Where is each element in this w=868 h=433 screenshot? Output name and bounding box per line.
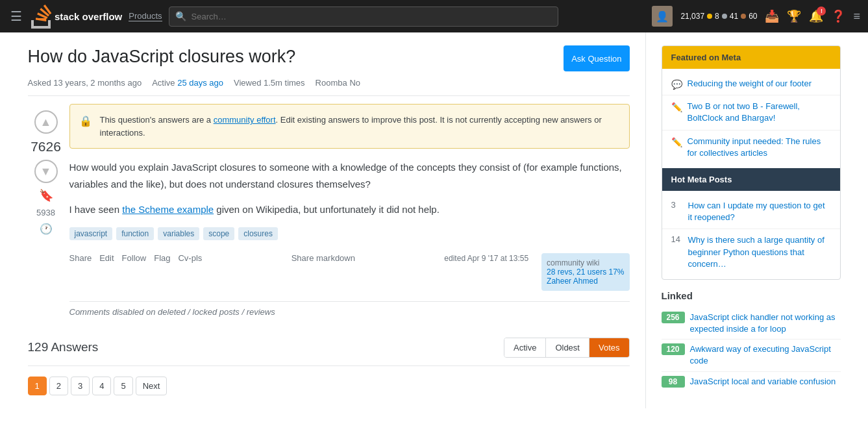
page-3-button[interactable]: 3 [71,377,90,395]
wiki-user: Zaheer Ahmed [547,277,624,286]
wiki-info: community wiki 28 revs, 21 users 17% Zah… [541,253,629,291]
user-avatar[interactable]: 👤 [652,6,673,27]
linked-header: Linked [662,290,841,301]
question-content: 🔒 This question's answers are a communit… [64,104,630,322]
achievements-button[interactable]: 🏆 [787,9,801,23]
edited-label: edited Apr 9 '17 at 13:55 [444,254,528,263]
hot-meta-header: Hot Meta Posts [662,168,840,191]
tag-function[interactable]: function [116,227,154,240]
page-2-button[interactable]: 2 [49,377,68,395]
featured-on-meta-header: Featured on Meta [662,46,840,69]
wiki-detail: 28 revs, 21 users 17% [547,267,624,277]
cvpls-link[interactable]: Cv-pls [178,253,202,263]
page-5-button[interactable]: 5 [114,377,132,395]
wiki-user-link[interactable]: Zaheer Ahmed [547,277,598,286]
stackoverflow-logo-icon [31,5,52,29]
question-body-p1: How would you explain JavaScript closure… [69,159,630,192]
sort-active-tab[interactable]: Active [504,338,546,357]
silver-count: 41 [730,12,738,21]
scheme-example-link[interactable]: the Scheme example [122,204,214,215]
follow-link[interactable]: Follow [122,253,147,263]
hot-num-2: 14 [671,234,683,244]
silver-dot [722,14,727,19]
sort-oldest-tab[interactable]: Oldest [546,338,589,357]
share-markdown-link[interactable]: Share markdown [291,253,355,263]
active-meta: Active 25 days ago [152,78,223,88]
history-button[interactable]: 🕐 [40,223,53,235]
community-effort-link[interactable]: community effort [214,115,276,125]
edit-link[interactable]: Edit [99,253,114,263]
gold-count: 8 [715,12,719,21]
pencil-icon-1: ✏️ [671,102,682,112]
hot-meta-item-2: 14 Why is there such a large quantity of… [662,229,840,275]
bronze-count: 60 [749,12,757,21]
page-next-button[interactable]: Next [136,377,167,395]
search-input[interactable] [169,6,558,27]
roomba-meta: Roomba No [316,78,360,88]
sort-votes-tab[interactable]: Votes [589,338,629,357]
search-icon: 🔍 [175,11,186,21]
hot-meta-item-1: 3 How can I update my question to get it… [662,195,840,229]
featured-on-meta-body: 💬 Reducing the weight of our footer ✏️ T… [662,69,840,168]
page-1-button[interactable]: 1 [28,377,47,395]
linked-count-2: 120 [662,343,685,355]
hot-meta-item-1-link[interactable]: How can I update my question to get it r… [688,200,831,223]
tag-scope[interactable]: scope [203,227,234,240]
question-actions: Share Edit Follow Flag Cv-pls Share mark… [69,253,630,291]
tag-closures[interactable]: closures [238,227,278,240]
logo: stack overflow [31,5,122,29]
linked-item-3-link[interactable]: JavaScript local and variable confusion [690,376,836,388]
community-notice-text: This question's answers are a community … [100,114,620,139]
review-badge: ! [817,6,826,16]
bronze-dot [741,14,746,19]
active-link[interactable]: 25 days ago [177,78,223,88]
bookmark-button[interactable]: 🔖 [39,188,53,203]
question-tags: javascript function variables scope clos… [69,227,630,240]
sites-button[interactable]: ≡ [853,10,860,23]
edit-wiki-info: edited Apr 9 '17 at 13:55 community wiki… [444,253,629,291]
answers-section: 129 Answers Active Oldest Votes 1 2 3 4 … [28,338,630,395]
hot-meta-item-2-link[interactable]: Why is there such a large quantity of be… [688,234,831,270]
flag-link[interactable]: Flag [154,253,170,263]
wiki-detail-link[interactable]: 28 revs, 21 users 17% [547,267,624,277]
products-link[interactable]: Products [129,11,162,21]
logo-text: stack overflow [55,11,122,22]
action-links: Share Edit Follow Flag Cv-pls [69,253,203,263]
inbox-button[interactable]: 📥 [765,9,779,23]
meta-item-3-link[interactable]: Community input needed: The rules for co… [688,136,831,159]
tag-variables[interactable]: variables [158,227,199,240]
review-queues-button[interactable]: 🔔 ! [809,9,823,23]
vote-up-button[interactable]: ▲ [34,110,58,134]
hot-meta-body: 3 How can I update my question to get it… [662,191,840,279]
vote-down-button[interactable]: ▼ [34,160,58,183]
save-count: 5938 [36,208,55,217]
linked-item-2-link[interactable]: Awkward way of executing JavaScript code [690,343,841,367]
page-4-button[interactable]: 4 [92,377,111,395]
viewed-meta: Viewed 1.5m times [234,78,305,88]
pagination: 1 2 3 4 5 Next [28,377,630,395]
hamburger-button[interactable]: ☰ [8,6,25,27]
question-body-p2: I have seen the Scheme example given on … [69,201,630,218]
ask-question-button[interactable]: Ask Question [564,45,629,71]
reputation-display: 21,037 8 41 60 [680,12,757,21]
meta-item-3: ✏️ Community input needed: The rules for… [662,130,840,164]
question-title-link[interactable]: How do JavaScript closures work? [28,47,296,66]
share-link[interactable]: Share [69,253,92,263]
tag-javascript[interactable]: javascript [69,227,113,240]
meta-item-1: 💬 Reducing the weight of our footer [662,73,840,95]
linked-item-1-link[interactable]: JavaScript click handler not working as … [690,312,841,335]
topbar-right: 👤 21,037 8 41 60 📥 🏆 🔔 ! ❓ ≡ [652,6,860,27]
linked-item-1: 256 JavaScript click handler not working… [662,308,841,340]
meta-item-2-link[interactable]: Two B or not two B - Farewell, BoltClock… [688,101,831,124]
sidebar: Featured on Meta 💬 Reducing the weight o… [646,32,841,408]
asked-meta: Asked 13 years, 2 months ago [28,78,142,88]
answers-header: 129 Answers Active Oldest Votes [28,338,630,366]
main-content: How do JavaScript closures work? Ask Que… [28,32,646,408]
meta-item-1-link[interactable]: Reducing the weight of our footer [688,78,812,90]
question-meta: Asked 13 years, 2 months ago Active 25 d… [28,78,630,96]
help-button[interactable]: ❓ [831,9,845,23]
linked-item-3: 98 JavaScript local and variable confusi… [662,372,841,391]
action-links-secondary: Share markdown [291,253,355,263]
gold-dot [707,14,712,19]
featured-on-meta-box: Featured on Meta 💬 Reducing the weight o… [662,45,841,280]
